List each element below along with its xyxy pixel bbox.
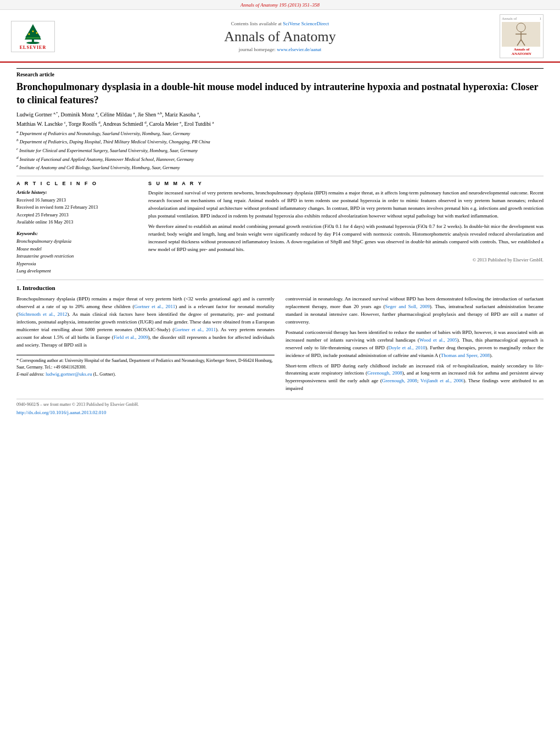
divider-1 [16,176,544,176]
article-type-label: Research article [16,68,544,77]
footnote-area: * Corresponding author at: University Ho… [16,355,275,378]
keyword-2: Mouse model [16,246,137,253]
ref-wood[interactable]: Wood et al., 2005 [419,337,457,343]
summary-column: S U M M A R Y Despite increased survival… [148,181,544,275]
svg-point-5 [29,33,30,35]
keyword-5: Lung development [16,267,137,275]
footer-doi-link[interactable]: http://dx.doi.org/10.1016/j.aanat.2013.0… [16,410,107,415]
revised-date: Received in revised form 22 February 201… [16,204,137,211]
elsevier-tree-icon [19,23,47,44]
authors-text-2: Matthias W. Laschke c, Torge Roolfs d, A… [16,121,214,127]
keyword-4: Hyperoxia [16,260,137,268]
footnote-email: E-mail address: ludwig.gortner@uks.eu (L… [16,371,275,378]
summary-text: Despite increased survival of very prete… [148,189,544,254]
journal-header: ELSEVIER Contents lists available at Sci… [0,10,560,63]
top-banner: Annals of Anatomy 195 (2013) 351–358 [0,0,560,10]
anatomy-logo-box: Annals of 1 Annals ofANATOMY [500,14,544,58]
intro-para-right-2: Postnatal corticosteroid therapy has bee… [285,329,544,360]
article-info-label: A R T I C L E I N F O [16,181,137,186]
svg-point-6 [36,32,38,34]
footnote-email-link[interactable]: ludwig.gortner@uks.eu [46,371,92,377]
homepage-url[interactable]: www.elsevier.de/aanat [277,47,321,52]
anatomy-top-left: Annals of [502,16,517,21]
anatomy-cover-svg [502,22,540,47]
anatomy-logo-label: Annals ofANATOMY [502,48,541,56]
footnote-star: * Corresponding author at: University Ho… [16,358,275,371]
affiliation-d: d Institute of Functional and Applied An… [16,155,544,163]
anatomy-logo-image [502,22,540,47]
ref-vrijlandt[interactable]: Vrijlandt et al., 2006 [421,378,464,383]
footer-issn: 0940-9602/$ – see front matter © 2013 Pu… [16,401,544,409]
journal-title: Annals of Anatomy [66,29,494,45]
ref-thomas[interactable]: Thomas and Speer, 2008 [441,353,490,358]
affiliation-a: a Department of Pediatrics and Neonatolo… [16,129,544,137]
main-content: Research article Bronchopulmonary dyspla… [0,63,560,422]
elsevier-logo-box: ELSEVIER [11,21,55,52]
svg-point-7 [32,30,34,32]
summary-label: S U M M A R Y [148,181,544,186]
intro-left-text: Bronchopulmonary dysplasia (BPD) remains… [16,295,275,349]
sciverse-prefix: Contents lists available at [231,21,282,26]
authors-text: Ludwig Gortner a,*, Dominik Monz a, Céli… [16,111,200,118]
intro-left: Bronchopulmonary dysplasia (BPD) remains… [16,295,275,395]
page: Annals of Anatomy 195 (2013) 351–358 [0,0,560,742]
anatomy-logo-area: Annals of 1 Annals ofANATOMY [500,14,549,58]
intro-heading: 1. Introduction [16,284,544,291]
ref-doyle[interactable]: Doyle et al., 2010 [388,345,425,350]
elsevier-label: ELSEVIER [20,45,46,50]
article-info-column: A R T I C L E I N F O Article history: R… [16,181,137,275]
available-date: Available online 16 May 2013 [16,219,137,226]
authors-line-2: Matthias W. Laschke c, Torge Roolfs d, A… [16,120,544,126]
ref-stichtenoth[interactable]: Stichtenoth et al., 2012 [18,311,68,317]
ref-gortner-2011[interactable]: Gortner et al., 2011 [134,304,175,309]
summary-para-1: Despite increased survival of very prete… [148,189,544,220]
secondary-text: secondary [507,363,527,369]
affiliation-c: c Institute for Clinical and Experimenta… [16,146,544,154]
intro-para-right-3: Short-term effects of BPD during early c… [285,362,544,393]
received-date: Received 16 January 2013 [16,197,137,204]
intro-section: 1. Introduction Bronchopulmonary dysplas… [16,284,544,395]
intro-para-right-1: controversial in neonatology. An increas… [285,295,544,326]
affiliation-b: b Department of Pediatrics, Daping Hospi… [16,137,544,146]
article-info-summary: A R T I C L E I N F O Article history: R… [16,181,544,275]
intro-right: controversial in neonatology. An increas… [285,295,544,395]
summary-para-2: We therefore aimed to establish an anima… [148,223,544,254]
homepage-label: journal homepage: [239,47,276,52]
footer-doi: http://dx.doi.org/10.1016/j.aanat.2013.0… [16,409,544,417]
ref-greenough1[interactable]: Greenough, 2008 [367,370,402,376]
intro-right-text: controversial in neonatology. An increas… [285,295,544,393]
keyword-1: Bronchopulmonary dysplasia [16,238,137,246]
ref-seger[interactable]: Seger and Soll, 2009 [385,304,429,309]
svg-point-1 [26,42,40,44]
ref-field[interactable]: Field et al., 2009 [114,334,148,340]
authors-line: Ludwig Gortner a,*, Dominik Monz a, Céli… [16,111,544,118]
accepted-date: Accepted 25 February 2013 [16,211,137,219]
journal-homepage-line: journal homepage: www.elsevier.de/aanat [66,47,494,52]
history-label: Article history: [16,189,137,195]
sciverse-link[interactable]: SciVerse ScienceDirect [283,21,329,26]
intro-para-1: Bronchopulmonary dysplasia (BPD) remains… [16,295,275,349]
divider-2 [16,280,544,280]
ref-greenough2[interactable]: Greenough, 2008 [382,378,417,383]
article-title: Bronchopulmonary dysplasia in a double-h… [16,81,544,107]
elsevier-logo-area: ELSEVIER [11,21,60,52]
anatomy-top-right: 1 [540,16,542,21]
affiliation-e: e Institute of Anatomy and Cell Biology,… [16,163,544,171]
journal-header-center: Contents lists available at SciVerse Sci… [60,21,500,52]
affiliations: a Department of Pediatrics and Neonatolo… [16,129,544,171]
anatomy-logo-top: Annals of 1 [502,16,541,21]
keywords-section: Keywords: Bronchopulmonary dysplasia Mou… [16,231,137,275]
article-history: Article history: Received 16 January 201… [16,189,137,226]
intro-body: Bronchopulmonary dysplasia (BPD) remains… [16,295,544,395]
keyword-3: Intrauterine growth restriction [16,253,137,260]
keywords-label: Keywords: [16,231,137,236]
ref-gortner-2[interactable]: Gortner et al., 2011 [174,327,216,332]
journal-citation: Annals of Anatomy 195 (2013) 351–358 [240,2,320,8]
copyright-line: © 2013 Published by Elsevier GmbH. [148,257,544,263]
sciverse-line: Contents lists available at SciVerse Sci… [66,21,494,26]
footer-bottom: 0940-9602/$ – see front matter © 2013 Pu… [16,399,544,417]
